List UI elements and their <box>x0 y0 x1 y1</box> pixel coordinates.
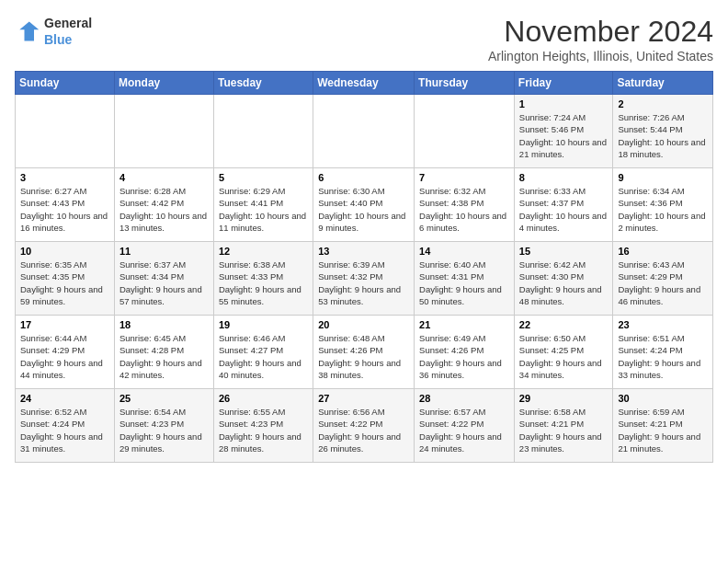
weekday-header-thursday: Thursday <box>415 72 515 95</box>
day-cell: 7 Sunrise: 6:32 AMSunset: 4:38 PMDayligh… <box>415 168 515 242</box>
day-number: 3 <box>20 172 109 183</box>
day-cell: 18 Sunrise: 6:45 AMSunset: 4:28 PMDaylig… <box>114 316 213 389</box>
day-cell: 26 Sunrise: 6:55 AMSunset: 4:23 PMDaylig… <box>213 389 313 463</box>
day-number: 27 <box>318 393 409 404</box>
day-cell: 23 Sunrise: 6:51 AMSunset: 4:24 PMDaylig… <box>613 316 713 389</box>
day-number: 13 <box>318 246 409 257</box>
day-detail: Sunrise: 7:26 AMSunset: 5:44 PMDaylight:… <box>618 112 705 159</box>
day-cell: 15 Sunrise: 6:42 AMSunset: 4:30 PMDaylig… <box>514 242 613 316</box>
day-detail: Sunrise: 6:37 AMSunset: 4:34 PMDaylight:… <box>119 259 202 306</box>
day-detail: Sunrise: 6:27 AMSunset: 4:43 PMDaylight:… <box>20 186 108 233</box>
day-cell: 6 Sunrise: 6:30 AMSunset: 4:40 PMDayligh… <box>313 168 415 242</box>
day-detail: Sunrise: 6:51 AMSunset: 4:24 PMDaylight:… <box>618 333 700 380</box>
day-cell: 3 Sunrise: 6:27 AMSunset: 4:43 PMDayligh… <box>16 168 115 242</box>
day-cell <box>213 95 313 168</box>
day-number: 20 <box>318 319 409 330</box>
svg-marker-0 <box>19 22 39 41</box>
day-number: 25 <box>119 393 209 404</box>
day-detail: Sunrise: 6:44 AMSunset: 4:29 PMDaylight:… <box>20 333 103 380</box>
day-number: 1 <box>519 98 609 109</box>
day-number: 19 <box>219 319 308 330</box>
day-detail: Sunrise: 6:52 AMSunset: 4:24 PMDaylight:… <box>20 407 103 454</box>
day-cell: 28 Sunrise: 6:57 AMSunset: 4:22 PMDaylig… <box>415 389 515 463</box>
day-detail: Sunrise: 7:24 AMSunset: 5:46 PMDaylight:… <box>519 112 607 159</box>
day-detail: Sunrise: 6:49 AMSunset: 4:26 PMDaylight:… <box>419 333 502 380</box>
day-number: 17 <box>20 319 109 330</box>
day-number: 8 <box>519 172 609 183</box>
day-detail: Sunrise: 6:54 AMSunset: 4:23 PMDaylight:… <box>119 407 202 454</box>
day-cell: 9 Sunrise: 6:34 AMSunset: 4:36 PMDayligh… <box>613 168 713 242</box>
day-cell: 16 Sunrise: 6:43 AMSunset: 4:29 PMDaylig… <box>613 242 713 316</box>
day-cell: 24 Sunrise: 6:52 AMSunset: 4:24 PMDaylig… <box>16 389 115 463</box>
day-number: 5 <box>219 172 308 183</box>
day-cell: 1 Sunrise: 7:24 AMSunset: 5:46 PMDayligh… <box>514 95 613 168</box>
weekday-header-row: SundayMondayTuesdayWednesdayThursdayFrid… <box>16 72 713 95</box>
day-cell: 25 Sunrise: 6:54 AMSunset: 4:23 PMDaylig… <box>114 389 213 463</box>
weekday-header-sunday: Sunday <box>16 72 115 95</box>
week-row-1: 1 Sunrise: 7:24 AMSunset: 5:46 PMDayligh… <box>16 95 713 168</box>
logo: General Blue <box>15 15 92 48</box>
day-number: 2 <box>618 98 708 109</box>
calendar-table: SundayMondayTuesdayWednesdayThursdayFrid… <box>15 71 713 463</box>
day-cell: 11 Sunrise: 6:37 AMSunset: 4:34 PMDaylig… <box>114 242 213 316</box>
week-row-2: 3 Sunrise: 6:27 AMSunset: 4:43 PMDayligh… <box>16 168 713 242</box>
day-cell: 20 Sunrise: 6:48 AMSunset: 4:26 PMDaylig… <box>313 316 415 389</box>
day-detail: Sunrise: 6:29 AMSunset: 4:41 PMDaylight:… <box>219 186 306 233</box>
day-cell: 2 Sunrise: 7:26 AMSunset: 5:44 PMDayligh… <box>613 95 713 168</box>
day-cell: 10 Sunrise: 6:35 AMSunset: 4:35 PMDaylig… <box>16 242 115 316</box>
day-number: 4 <box>119 172 209 183</box>
day-number: 11 <box>119 246 209 257</box>
day-number: 7 <box>419 172 509 183</box>
title-area: November 2024 Arlington Heights, Illinoi… <box>488 15 713 63</box>
day-detail: Sunrise: 6:30 AMSunset: 4:40 PMDaylight:… <box>318 186 405 233</box>
day-number: 6 <box>318 172 409 183</box>
weekday-header-monday: Monday <box>114 72 213 95</box>
day-number: 16 <box>618 246 708 257</box>
week-row-4: 17 Sunrise: 6:44 AMSunset: 4:29 PMDaylig… <box>16 316 713 389</box>
day-cell: 12 Sunrise: 6:38 AMSunset: 4:33 PMDaylig… <box>213 242 313 316</box>
day-cell: 13 Sunrise: 6:39 AMSunset: 4:32 PMDaylig… <box>313 242 415 316</box>
weekday-header-saturday: Saturday <box>613 72 713 95</box>
weekday-header-wednesday: Wednesday <box>313 72 415 95</box>
day-detail: Sunrise: 6:35 AMSunset: 4:35 PMDaylight:… <box>20 259 103 306</box>
day-cell <box>313 95 415 168</box>
logo-general: General <box>44 16 92 30</box>
week-row-3: 10 Sunrise: 6:35 AMSunset: 4:35 PMDaylig… <box>16 242 713 316</box>
day-detail: Sunrise: 6:50 AMSunset: 4:25 PMDaylight:… <box>519 333 602 380</box>
day-cell: 14 Sunrise: 6:40 AMSunset: 4:31 PMDaylig… <box>415 242 515 316</box>
day-detail: Sunrise: 6:28 AMSunset: 4:42 PMDaylight:… <box>119 186 207 233</box>
day-cell: 27 Sunrise: 6:56 AMSunset: 4:22 PMDaylig… <box>313 389 415 463</box>
day-detail: Sunrise: 6:45 AMSunset: 4:28 PMDaylight:… <box>119 333 202 380</box>
day-number: 22 <box>519 319 609 330</box>
day-detail: Sunrise: 6:38 AMSunset: 4:33 PMDaylight:… <box>219 259 301 306</box>
day-detail: Sunrise: 6:58 AMSunset: 4:21 PMDaylight:… <box>519 407 602 454</box>
day-number: 26 <box>219 393 308 404</box>
day-cell: 5 Sunrise: 6:29 AMSunset: 4:41 PMDayligh… <box>213 168 313 242</box>
weekday-header-friday: Friday <box>514 72 613 95</box>
day-cell: 17 Sunrise: 6:44 AMSunset: 4:29 PMDaylig… <box>16 316 115 389</box>
weekday-header-tuesday: Tuesday <box>213 72 313 95</box>
day-number: 28 <box>419 393 509 404</box>
day-cell <box>16 95 115 168</box>
day-cell <box>114 95 213 168</box>
day-detail: Sunrise: 6:46 AMSunset: 4:27 PMDaylight:… <box>219 333 301 380</box>
logo-icon <box>15 18 40 44</box>
page-header: General Blue November 2024 Arlington Hei… <box>15 15 713 63</box>
day-cell: 8 Sunrise: 6:33 AMSunset: 4:37 PMDayligh… <box>514 168 613 242</box>
day-number: 15 <box>519 246 609 257</box>
day-detail: Sunrise: 6:39 AMSunset: 4:32 PMDaylight:… <box>318 259 401 306</box>
day-number: 30 <box>618 393 708 404</box>
logo-blue: Blue <box>44 32 72 47</box>
day-number: 12 <box>219 246 308 257</box>
day-detail: Sunrise: 6:59 AMSunset: 4:21 PMDaylight:… <box>618 407 700 454</box>
week-row-5: 24 Sunrise: 6:52 AMSunset: 4:24 PMDaylig… <box>16 389 713 463</box>
day-number: 10 <box>20 246 109 257</box>
day-cell: 30 Sunrise: 6:59 AMSunset: 4:21 PMDaylig… <box>613 389 713 463</box>
location-title: Arlington Heights, Illinois, United Stat… <box>488 49 713 63</box>
day-detail: Sunrise: 6:48 AMSunset: 4:26 PMDaylight:… <box>318 333 401 380</box>
day-detail: Sunrise: 6:57 AMSunset: 4:22 PMDaylight:… <box>419 407 502 454</box>
day-number: 24 <box>20 393 109 404</box>
day-detail: Sunrise: 6:40 AMSunset: 4:31 PMDaylight:… <box>419 259 502 306</box>
day-cell: 29 Sunrise: 6:58 AMSunset: 4:21 PMDaylig… <box>514 389 613 463</box>
day-cell: 21 Sunrise: 6:49 AMSunset: 4:26 PMDaylig… <box>415 316 515 389</box>
